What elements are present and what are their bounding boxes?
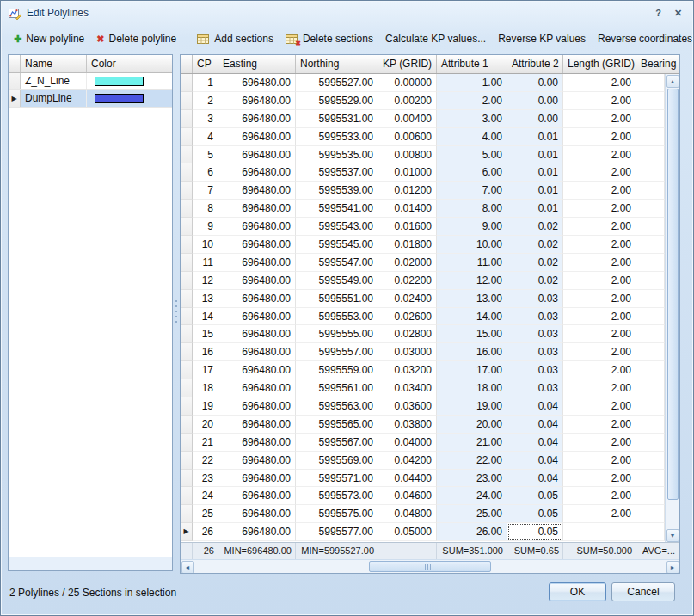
- cancel-button[interactable]: Cancel: [611, 582, 675, 601]
- grid-cell[interactable]: 2.00: [563, 416, 636, 434]
- column-header-attribute-1[interactable]: Attribute 1: [437, 55, 507, 73]
- grid-cell[interactable]: 8.00: [437, 200, 507, 218]
- grid-cell[interactable]: 1.00: [437, 74, 507, 92]
- polyline-name-cell[interactable]: DumpLine: [21, 90, 87, 107]
- grid-cell[interactable]: 3: [193, 110, 218, 128]
- grid-cell[interactable]: 2.00: [563, 236, 636, 254]
- new-polyline-button[interactable]: ✚ New polyline: [8, 29, 90, 48]
- grid-cell[interactable]: 696480.00: [218, 110, 296, 128]
- grid-cell[interactable]: 0.00800: [378, 146, 437, 164]
- grid-cell[interactable]: 5995571.00: [296, 470, 378, 488]
- grid-cell[interactable]: 2.00: [563, 200, 636, 218]
- grid-cell[interactable]: 0.00600: [378, 128, 437, 146]
- grid-cell[interactable]: 5995551.00: [296, 290, 378, 308]
- grid-cell[interactable]: [636, 343, 665, 361]
- grid-cell[interactable]: 696480.00: [218, 163, 296, 182]
- grid-cell[interactable]: 24.00: [437, 487, 507, 505]
- grid-cell[interactable]: 5995565.00: [296, 416, 378, 434]
- grid-row[interactable]: 18696480.005995561.000.0340018.000.032.0…: [181, 379, 665, 397]
- grid-cell[interactable]: [636, 74, 665, 92]
- delete-polyline-button[interactable]: ✖ Delete polyline: [90, 29, 182, 48]
- grid-cell[interactable]: 5995569.00: [296, 452, 378, 470]
- grid-cell[interactable]: 0.02: [507, 254, 563, 272]
- grid-cell[interactable]: 696480.00: [218, 505, 296, 523]
- grid-cell[interactable]: 5995531.00: [296, 110, 378, 128]
- grid-cell[interactable]: 2.00: [437, 92, 507, 110]
- grid-cell[interactable]: 5995535.00: [296, 146, 378, 164]
- grid-row[interactable]: 22696480.005995569.000.0420022.000.042.0…: [181, 452, 665, 470]
- grid-cell[interactable]: 1: [193, 74, 218, 92]
- grid-cell[interactable]: 0.05: [507, 487, 563, 505]
- grid-cell[interactable]: 0.00200: [378, 92, 437, 110]
- grid-cell[interactable]: 696480.00: [218, 397, 296, 416]
- grid-cell[interactable]: 0.05000: [378, 523, 437, 541]
- grid-row[interactable]: 16696480.005995557.000.0300016.000.032.0…: [181, 343, 665, 361]
- grid-cell[interactable]: 696480.00: [218, 470, 296, 488]
- grid-cell[interactable]: 18: [193, 379, 218, 397]
- grid-row[interactable]: 17696480.005995559.000.0320017.000.032.0…: [181, 361, 665, 379]
- grid-cell[interactable]: [636, 254, 665, 272]
- ok-button[interactable]: OK: [549, 582, 606, 601]
- vertical-scroll-thumb[interactable]: [667, 89, 679, 500]
- grid-row[interactable]: 2696480.005995529.000.002002.000.002.00: [181, 92, 665, 110]
- grid-cell[interactable]: 0.04000: [378, 434, 437, 452]
- grid-cell[interactable]: 12: [193, 272, 218, 290]
- grid-row[interactable]: 15696480.005995555.000.0280015.000.032.0…: [181, 325, 665, 343]
- grid-row[interactable]: 8696480.005995541.000.014008.000.012.00: [181, 200, 665, 218]
- grid-cell[interactable]: 19: [193, 397, 218, 416]
- grid-cell[interactable]: 0.00400: [378, 110, 437, 128]
- grid-cell[interactable]: 2.00: [563, 128, 636, 146]
- grid-cell[interactable]: 0.02: [507, 272, 563, 290]
- grid-cell[interactable]: 696480.00: [218, 74, 296, 92]
- grid-cell[interactable]: 16.00: [437, 343, 507, 361]
- grid-row[interactable]: 13696480.005995551.000.0240013.000.032.0…: [181, 290, 665, 308]
- grid-cell[interactable]: 696480.00: [218, 128, 296, 146]
- horizontal-scroll-track[interactable]: [194, 560, 666, 573]
- grid-cell[interactable]: 9: [193, 218, 218, 236]
- grid-cell[interactable]: 696480.00: [218, 343, 296, 361]
- grid-cell[interactable]: 5995577.00: [296, 523, 378, 541]
- grid-cell[interactable]: 15.00: [437, 325, 507, 343]
- grid-cell[interactable]: 0.02: [507, 236, 563, 254]
- grid-cell[interactable]: 14.00: [437, 308, 507, 326]
- grid-cell[interactable]: 5995539.00: [296, 182, 378, 200]
- grid-cell[interactable]: [636, 416, 665, 434]
- grid-cell[interactable]: 5995537.00: [296, 163, 378, 182]
- grid-row[interactable]: 23696480.005995571.000.0440023.000.042.0…: [181, 470, 665, 488]
- grid-cell[interactable]: 5995529.00: [296, 92, 378, 110]
- grid-cell[interactable]: 2.00: [563, 146, 636, 164]
- grid-cell[interactable]: 696480.00: [218, 290, 296, 308]
- grid-cell[interactable]: 5995575.00: [296, 505, 378, 523]
- grid-cell[interactable]: [636, 379, 665, 397]
- grid-cell[interactable]: 0.00: [507, 74, 563, 92]
- column-header-attribute-2[interactable]: Attribute 2: [507, 55, 563, 73]
- grid-cell[interactable]: 5995563.00: [296, 397, 378, 416]
- grid-cell[interactable]: 2.00: [563, 379, 636, 397]
- grid-cell[interactable]: 5995527.00: [296, 74, 378, 92]
- grid-cell[interactable]: 5995533.00: [296, 128, 378, 146]
- grid-cell[interactable]: 0.01400: [378, 200, 437, 218]
- grid-cell[interactable]: 11.00: [437, 254, 507, 272]
- grid-cell[interactable]: [636, 325, 665, 343]
- grid-row[interactable]: 25696480.005995575.000.0480025.000.052.0…: [181, 505, 665, 523]
- grid-row[interactable]: 14696480.005995553.000.0260014.000.032.0…: [181, 308, 665, 326]
- grid-cell[interactable]: [636, 163, 665, 182]
- grid-cell[interactable]: 696480.00: [218, 452, 296, 470]
- calculate-kp-button[interactable]: Calculate KP values...: [379, 29, 492, 48]
- grid-cell[interactable]: 2.00: [563, 290, 636, 308]
- polyline-color-cell[interactable]: [87, 73, 172, 89]
- grid-cell[interactable]: 0.03: [507, 308, 563, 326]
- grid-cell[interactable]: 0.04400: [378, 470, 437, 488]
- grid-cell[interactable]: 696480.00: [218, 272, 296, 290]
- grid-cell[interactable]: 5995559.00: [296, 361, 378, 379]
- grid-row[interactable]: 5696480.005995535.000.008005.000.012.00: [181, 146, 665, 164]
- grid-cell[interactable]: 696480.00: [218, 92, 296, 110]
- grid-cell[interactable]: 2.00: [563, 163, 636, 182]
- grid-cell[interactable]: 5: [193, 146, 218, 164]
- grid-cell[interactable]: 7.00: [437, 182, 507, 200]
- grid-cell[interactable]: [636, 523, 665, 541]
- grid-cell[interactable]: 696480.00: [218, 308, 296, 326]
- grid-cell[interactable]: 17.00: [437, 361, 507, 379]
- grid-cell[interactable]: 696480.00: [218, 416, 296, 434]
- grid-cell[interactable]: 25.00: [437, 505, 507, 523]
